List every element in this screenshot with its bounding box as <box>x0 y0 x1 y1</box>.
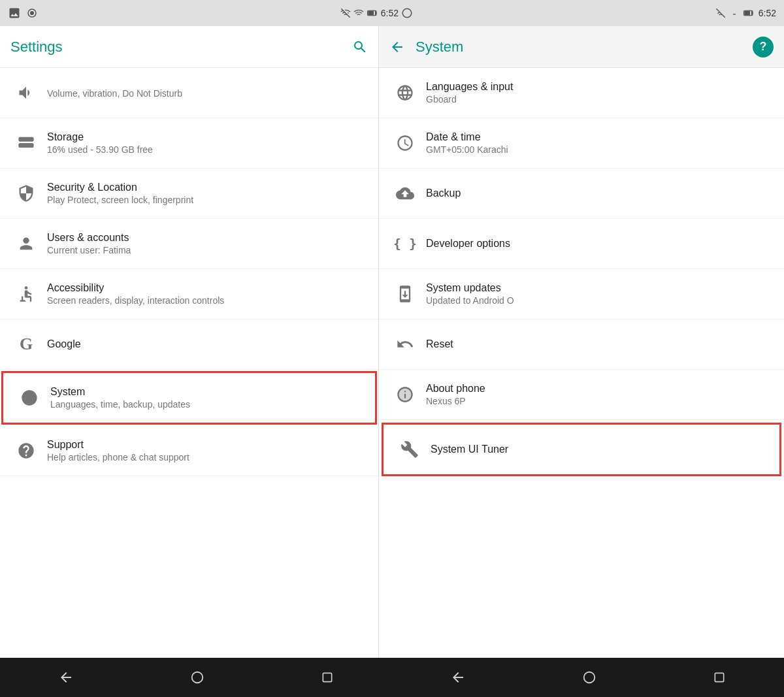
storage-content: Storage 16% used - 53.90 GB free <box>42 131 368 155</box>
camera-icon <box>401 7 413 19</box>
right-settings-list: Languages & input Gboard Date & time GMT… <box>379 68 784 658</box>
nav-bar <box>0 658 784 697</box>
battery-icon <box>367 7 378 19</box>
help-button[interactable]: ? <box>753 37 774 57</box>
settings-item-tuner[interactable]: System UI Tuner <box>382 423 781 476</box>
settings-item-storage[interactable]: Storage 16% used - 53.90 GB free <box>0 118 378 169</box>
google-content: Google <box>42 338 368 350</box>
accessibility-content: Accessibility Screen readers, display, i… <box>42 282 368 306</box>
settings-item-users[interactable]: Users & accounts Current user: Fatima <box>0 219 378 269</box>
settings-item-reset[interactable]: Reset <box>379 319 784 370</box>
settings-item-support[interactable]: Support Help articles, phone & chat supp… <box>0 426 378 476</box>
backup-icon <box>389 178 421 209</box>
reset-title: Reset <box>426 338 774 350</box>
system-content: System Languages, time, backup, updates <box>45 386 365 410</box>
signal-off-icon-2 <box>715 8 726 18</box>
svg-rect-4 <box>368 11 374 15</box>
settings-item-language[interactable]: Languages & input Gboard <box>379 68 784 118</box>
storage-title: Storage <box>47 131 368 143</box>
back-nav-button-2[interactable] <box>450 670 466 685</box>
support-content: Support Help articles, phone & chat supp… <box>42 439 368 462</box>
sound-subtitle: Volume, vibration, Do Not Disturb <box>47 88 368 99</box>
backup-title: Backup <box>426 187 774 199</box>
users-title: Users & accounts <box>47 232 368 244</box>
updates-content: System updates Updated to Android O <box>421 282 774 306</box>
accessibility-icon <box>10 278 42 310</box>
developer-title: Developer options <box>426 238 774 250</box>
status-time-right: 6:52 <box>759 8 776 18</box>
language-content: Languages & input Gboard <box>421 81 774 105</box>
right-header: System ? <box>379 26 784 68</box>
status-bar-left <box>8 7 38 20</box>
settings-item-updates[interactable]: System updates Updated to Android O <box>379 269 784 319</box>
security-subtitle: Play Protect, screen lock, fingerprint <box>47 195 368 205</box>
system-subtitle: Languages, time, backup, updates <box>50 399 365 410</box>
svg-point-11 <box>192 672 203 683</box>
google-title: Google <box>47 338 368 350</box>
accessibility-subtitle: Screen readers, display, interaction con… <box>47 295 368 306</box>
support-subtitle: Help articles, phone & chat support <box>47 452 368 462</box>
status-bar-center: 6:52 <box>340 7 413 19</box>
left-header: Settings <box>0 26 378 68</box>
settings-item-developer[interactable]: { } Developer options <box>379 219 784 269</box>
users-content: Users & accounts Current user: Fatima <box>42 232 368 255</box>
settings-title: Settings <box>10 39 352 56</box>
security-content: Security & Location Play Protect, screen… <box>42 182 368 205</box>
about-subtitle: Nexus 6P <box>426 396 774 406</box>
updates-subtitle: Updated to Android O <box>426 295 774 306</box>
settings-item-accessibility[interactable]: Accessibility Screen readers, display, i… <box>0 269 378 319</box>
reset-icon <box>389 329 421 360</box>
about-icon <box>389 379 421 410</box>
settings-item-google[interactable]: G Google <box>0 319 378 370</box>
svg-point-5 <box>402 8 412 18</box>
search-icon[interactable] <box>352 39 368 55</box>
settings-item-about[interactable]: About phone Nexus 6P <box>379 370 784 420</box>
security-icon <box>10 178 42 209</box>
support-icon <box>10 435 42 466</box>
back-nav-button[interactable] <box>58 670 74 685</box>
users-icon <box>10 228 42 259</box>
updates-title: System updates <box>426 282 774 294</box>
datetime-icon <box>389 127 421 159</box>
recents-nav-button[interactable] <box>321 671 334 684</box>
left-panel: Settings Volume, vibration, Do Not Distu… <box>0 26 379 658</box>
right-panel-title: System <box>416 39 753 56</box>
status-bar: 6:52 6:52 <box>0 0 784 26</box>
right-nav <box>392 670 784 685</box>
system-title: System <box>50 386 365 398</box>
datetime-title: Date & time <box>426 131 774 143</box>
svg-rect-9 <box>744 11 750 15</box>
status-bar-right: 6:52 <box>715 7 776 19</box>
left-nav <box>0 670 392 685</box>
settings-item-datetime[interactable]: Date & time GMT+05:00 Karachi <box>379 118 784 169</box>
photo-icon <box>8 7 21 20</box>
status-time: 6:52 <box>381 8 399 18</box>
developer-icon: { } <box>389 228 421 259</box>
tuner-content: System UI Tuner <box>425 444 769 455</box>
lens-icon <box>26 7 38 19</box>
left-settings-list: Volume, vibration, Do Not Disturb Storag… <box>0 68 378 658</box>
main-container: Settings Volume, vibration, Do Not Distu… <box>0 26 784 658</box>
backup-content: Backup <box>421 187 774 199</box>
recents-nav-button-2[interactable] <box>713 671 726 684</box>
security-title: Security & Location <box>47 182 368 193</box>
back-button[interactable] <box>389 39 405 55</box>
settings-item-system[interactable]: System Languages, time, backup, updates <box>1 371 377 425</box>
settings-item-security[interactable]: Security & Location Play Protect, screen… <box>0 169 378 219</box>
battery-icon-2 <box>743 7 755 19</box>
storage-subtitle: 16% used - 53.90 GB free <box>47 144 368 155</box>
settings-item-backup[interactable]: Backup <box>379 169 784 219</box>
home-nav-button[interactable] <box>190 670 204 685</box>
tuner-title: System UI Tuner <box>431 444 769 455</box>
storage-icon <box>10 127 42 159</box>
home-nav-button-2[interactable] <box>582 670 596 685</box>
users-subtitle: Current user: Fatima <box>47 245 368 255</box>
svg-rect-12 <box>323 673 331 681</box>
volume-icon <box>10 77 42 108</box>
settings-item-sound[interactable]: Volume, vibration, Do Not Disturb <box>0 68 378 118</box>
updates-icon <box>389 278 421 310</box>
system-icon <box>14 382 45 413</box>
tuner-icon <box>394 434 425 465</box>
language-subtitle: Gboard <box>426 94 774 105</box>
datetime-subtitle: GMT+05:00 Karachi <box>426 144 774 155</box>
